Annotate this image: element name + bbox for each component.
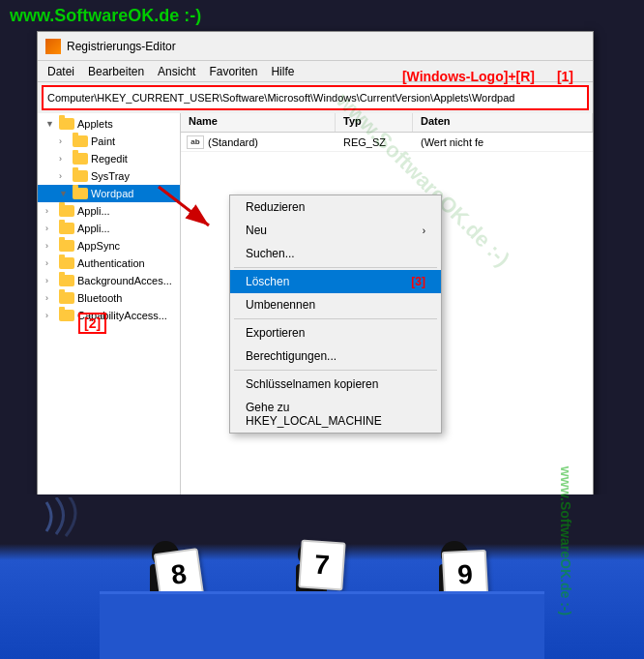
chevron-icon: ▼	[45, 119, 59, 129]
window-icon	[45, 39, 61, 54]
ctx-umbenennen[interactable]: Umbenennen	[230, 293, 441, 316]
folder-icon	[59, 275, 74, 286]
window-title: Registrierungs-Editor	[67, 40, 176, 53]
ctx-loschen[interactable]: Löschen [3]	[230, 270, 441, 293]
folder-icon	[73, 135, 88, 147]
ctx-neu-label: Neu	[246, 224, 267, 237]
watermark-top: www.SoftwareOK.de :-)	[10, 6, 201, 26]
chevron-icon: ›	[45, 276, 59, 285]
menu-bearbeiten[interactable]: Bearbeiten	[82, 63, 150, 80]
tree-label: Paint	[91, 135, 115, 147]
label-1-annotation: [1]	[557, 69, 573, 84]
shortcut-annotation: [Windows-Logo]+[R]	[402, 69, 535, 84]
address-path: Computer\HKEY_CURRENT_USER\Software\Micr…	[47, 92, 514, 104]
chevron-icon: ›	[45, 311, 59, 320]
tree-label: Bluetooth	[77, 292, 122, 304]
sound-waves	[37, 497, 95, 572]
chevron-icon: ›	[45, 206, 59, 216]
ctx-neu[interactable]: Neu ›	[230, 219, 441, 242]
tree-label: Authentication	[77, 257, 145, 269]
tree-panel: ▼ Applets › Paint › Regedit › SysTray ▼	[38, 113, 181, 499]
podium	[100, 591, 544, 659]
tree-item-appli1[interactable]: › Appli...	[38, 202, 180, 220]
context-menu: Reduzieren Neu › Suchen... Löschen [3] U…	[229, 195, 442, 434]
address-bar[interactable]: Computer\HKEY_CURRENT_USER\Software\Micr…	[42, 85, 589, 110]
col-data: Daten	[413, 113, 593, 132]
label-3-annotation: [3]	[411, 275, 425, 288]
folder-icon	[59, 118, 74, 130]
col-name: Name	[181, 113, 336, 132]
tree-item-bluetooth[interactable]: › Bluetooth	[38, 289, 180, 307]
tree-label: AppSync	[77, 240, 120, 252]
ctx-arrow-icon: ›	[423, 225, 425, 236]
chevron-icon: ›	[59, 154, 73, 164]
tree-item-capability[interactable]: › CapabilityAccess...	[38, 307, 180, 324]
title-bar: Registrierungs-Editor	[38, 32, 593, 61]
number-card-7: 7	[298, 539, 345, 590]
tree-label: Applets	[77, 118, 113, 130]
ctx-separator-3	[234, 370, 437, 371]
ctx-suchen[interactable]: Suchen...	[230, 242, 441, 265]
menu-datei[interactable]: Datei	[42, 63, 80, 80]
tree-label: Appli...	[77, 223, 110, 234]
tree-label: Appli...	[77, 205, 110, 217]
folder-icon	[59, 292, 74, 304]
ctx-schluessel[interactable]: Schlüsselnamen kopieren	[230, 373, 441, 396]
folder-icon	[59, 240, 74, 252]
tree-item-paint[interactable]: › Paint	[38, 133, 180, 150]
ctx-berechtigungen[interactable]: Berechtigungen...	[230, 344, 441, 368]
chevron-icon: ›	[45, 224, 59, 233]
tree-label: BackgroundAcces...	[77, 275, 172, 286]
folder-icon	[73, 188, 88, 199]
ctx-separator-1	[234, 267, 437, 268]
chevron-icon: ›	[45, 258, 59, 268]
watermark-right: www.SoftwareOK.de :-)	[558, 466, 573, 615]
ctx-separator-2	[234, 318, 437, 319]
folder-icon	[59, 257, 74, 269]
label-2-annotation: [2]	[78, 313, 106, 334]
tree-item-authentication[interactable]: › Authentication	[38, 255, 180, 272]
tree-item-regedit[interactable]: › Regedit	[38, 150, 180, 167]
chevron-icon: ›	[45, 241, 59, 251]
folder-icon	[73, 153, 88, 165]
ctx-reduzieren[interactable]: Reduzieren	[230, 195, 441, 219]
folder-icon	[59, 310, 74, 321]
tree-item-applets[interactable]: ▼ Applets	[38, 115, 180, 133]
tree-label: Regedit	[91, 153, 128, 165]
tree-item-bgaccess[interactable]: › BackgroundAcces...	[38, 272, 180, 289]
tree-item-appli2[interactable]: › Appli...	[38, 220, 180, 237]
folder-icon	[59, 223, 74, 234]
bottom-scene: 8 7 9 www.SoftwareOK.de :-)	[0, 494, 644, 659]
col-type: Typ	[336, 113, 413, 132]
column-headers: Name Typ Daten	[181, 113, 593, 133]
chevron-icon: ›	[45, 293, 59, 303]
tree-item-wordpad[interactable]: ▼ Wordpad	[38, 185, 180, 202]
folder-icon	[73, 170, 88, 182]
ctx-loschen-label: Löschen	[246, 275, 289, 288]
chevron-icon: ›	[59, 136, 73, 146]
tree-label: Wordpad	[91, 188, 133, 199]
folder-icon	[59, 205, 74, 217]
ctx-exportieren[interactable]: Exportieren	[230, 321, 441, 344]
chevron-icon: ›	[59, 171, 73, 181]
menu-favoriten[interactable]: Favoriten	[203, 63, 263, 80]
registry-editor-window: [Windows-Logo]+[R] [1] Registrierungs-Ed…	[37, 31, 594, 530]
value-type: REG_SZ	[336, 135, 413, 150]
chevron-icon: ▼	[59, 189, 73, 198]
menu-ansicht[interactable]: Ansicht	[152, 63, 201, 80]
tree-item-systray[interactable]: › SysTray	[38, 167, 180, 185]
value-name-text: (Standard)	[208, 136, 258, 148]
registry-row[interactable]: ab (Standard) REG_SZ (Wert nicht fe	[181, 133, 593, 152]
value-data: (Wert nicht fe	[413, 135, 593, 150]
tree-item-appsync[interactable]: › AppSync	[38, 237, 180, 255]
ctx-gehe-zu[interactable]: Gehe zu HKEY_LOCAL_MACHINE	[230, 396, 441, 433]
value-name: ab (Standard)	[181, 134, 336, 151]
tree-label: SysTray	[91, 170, 130, 182]
menu-hilfe[interactable]: Hilfe	[265, 63, 300, 80]
ab-icon: ab	[187, 135, 204, 149]
